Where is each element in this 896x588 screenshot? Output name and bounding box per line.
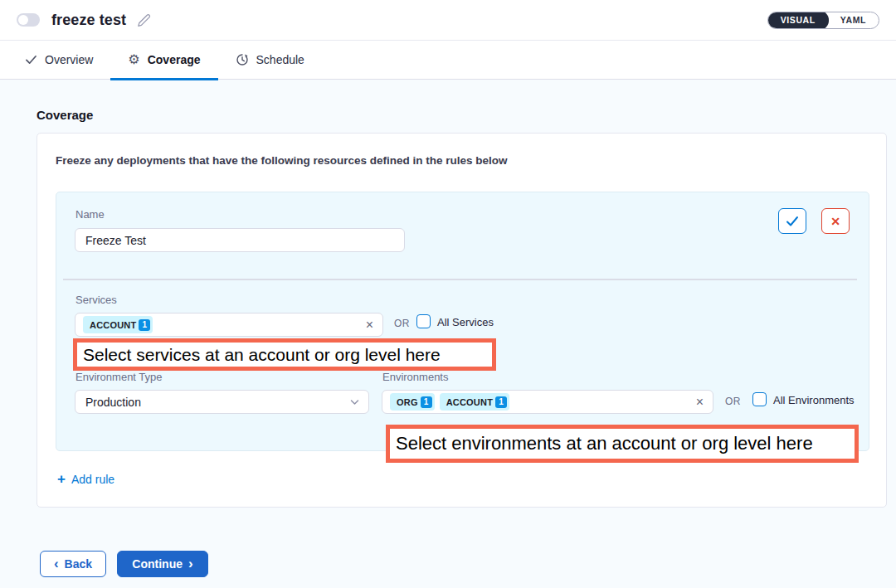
tab-coverage[interactable]: ⚙ Coverage [110,41,217,79]
environments-or-label: OR [725,396,741,407]
card-heading: Freeze any deployments that have the fol… [56,154,508,167]
plus-icon: + [57,472,66,486]
rule-panel: Name ✕ Services ACCOUNT 1 × [56,192,869,451]
check-icon [25,54,37,66]
clock-history-icon [236,53,249,66]
environment-tag-account[interactable]: ACCOUNT 1 [440,393,509,411]
tab-bar: Overview ⚙ Coverage Schedule [0,41,896,80]
back-label: Back [65,557,92,571]
all-services-checkbox[interactable] [416,314,431,328]
header: freeze test VISUAL YAML [0,0,896,41]
tab-schedule[interactable]: Schedule [218,41,322,79]
clear-environments-icon[interactable]: × [694,396,705,409]
tag-count-badge: 1 [421,396,432,408]
toggle-knob [18,15,28,25]
annotation-services-text: Select services at an account or org lev… [83,345,441,365]
rule-divider [63,279,857,280]
environment-tag-org[interactable]: ORG 1 [390,393,435,411]
continue-label: Continue [132,557,183,571]
tag-label: ACCOUNT [90,320,136,330]
x-icon: ✕ [830,215,840,228]
visual-toggle-button[interactable]: VISUAL [767,12,829,29]
all-environments-label: All Environments [773,394,855,406]
services-label: Services [75,294,117,306]
service-tag-account[interactable]: ACCOUNT 1 [83,316,153,333]
environments-input[interactable]: ORG 1 ACCOUNT 1 × [382,390,713,414]
tag-label: ORG [397,397,418,407]
environments-label: Environments [382,371,448,383]
tab-overview-label: Overview [45,53,93,66]
name-input[interactable] [75,229,404,251]
check-icon [786,216,799,227]
visual-yaml-toggle: VISUAL YAML [767,12,879,29]
continue-button[interactable]: Continue › [117,551,208,577]
delete-rule-button[interactable]: ✕ [821,208,850,234]
annotation-environments-text: Select environments at an account or org… [396,433,813,454]
tag-count-badge: 1 [495,396,507,408]
add-rule-button[interactable]: + Add rule [57,472,114,486]
environment-type-value: Production [85,396,141,409]
chevron-down-icon [350,399,368,406]
all-services-label: All Services [437,316,494,328]
annotation-services: Select services at an account or org lev… [73,338,496,371]
environment-type-select[interactable]: Production [75,390,369,414]
chevron-left-icon: ‹ [54,556,59,571]
tag-count-badge: 1 [139,319,150,331]
name-label: Name [75,208,105,221]
freeze-window: freeze test VISUAL YAML Overview ⚙ Cover… [0,0,896,588]
section-title: Coverage [37,108,93,122]
services-input[interactable]: ACCOUNT 1 × [75,313,383,337]
tag-label: ACCOUNT [446,397,493,407]
edit-title-button[interactable] [137,13,151,27]
clear-services-icon[interactable]: × [364,318,375,332]
services-or-label: OR [394,318,410,329]
pencil-icon [137,13,151,27]
name-input-wrap [75,228,405,252]
add-rule-label: Add rule [71,473,114,486]
back-button[interactable]: ‹ Back [40,551,106,577]
yaml-toggle-button[interactable]: YAML [828,12,879,29]
tab-overview[interactable]: Overview [7,41,110,79]
tab-coverage-label: Coverage [148,53,201,66]
all-environments-checkbox[interactable] [752,392,767,406]
tab-schedule-label: Schedule [256,53,304,66]
confirm-rule-button[interactable] [778,208,806,234]
page-title: freeze test [51,12,126,29]
gear-icon: ⚙ [128,53,139,66]
annotation-environments: Select environments at an account or org… [386,425,859,463]
freeze-enable-toggle[interactable] [17,13,40,27]
chevron-right-icon: › [188,556,193,571]
environment-type-label: Environment Type [75,371,163,383]
